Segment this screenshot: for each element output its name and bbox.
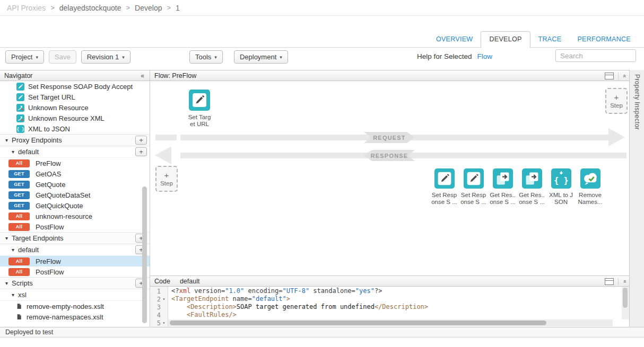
help-for-selected-label: Help for Selected [417,52,472,60]
code-panel-header: Code default » [150,275,629,287]
main-tabs: OVERVIEW DEVELOP TRACE PERFORMANCE [0,32,644,48]
navigator-panel: Navigator « Set Response SOAP Body Accep… [0,70,150,327]
add-step-response-button[interactable]: + Step [155,166,178,192]
fold-toggle-icon[interactable]: ▾ [161,321,167,325]
code-horizontal-scrollbar[interactable] [168,319,613,326]
nav-file-remove-namespaces[interactable]: remove-namespaces.xslt [0,312,150,322]
tab-overview[interactable]: OVERVIEW [428,32,481,47]
add-step-request-button[interactable]: + Step [605,88,628,114]
add-proxy-endpoint-button[interactable]: + [135,136,147,145]
nav-policy-xml-to-json[interactable]: { } XML to JSON [0,123,150,134]
scrollbar-thumb[interactable] [623,288,628,308]
breadcrumb-develop[interactable]: Develop [135,4,162,12]
flow-policy-set-target-url[interactable]: Set Targ et URL [184,90,215,128]
property-inspector-collapsed[interactable]: Property Inspector [629,70,644,327]
nav-flow-getquote[interactable]: GET GetQuote [0,179,150,190]
assign-message-icon [16,83,24,91]
nav-section-proxy-endpoints[interactable]: ▾ Proxy Endpoints + [0,134,150,146]
pencil-icon [464,168,484,189]
search-input[interactable] [555,49,636,62]
breadcrumb-separator: > [50,4,55,12]
maximize-panel-icon[interactable] [605,278,614,285]
code-line-3: <Description>SOAP target generated from … [171,303,622,311]
divider [618,73,619,79]
collapse-navigator-icon[interactable]: « [141,72,144,79]
nav-flow-getquotedataset[interactable]: GET GetQuoteDataSet [0,190,150,200]
tree-expanded-icon: ▾ [5,137,8,143]
chevron-down-icon: ▾ [122,55,125,60]
tools-menu-button[interactable]: Tools ▾ [189,50,223,64]
svg-text:{ }: { } [554,176,568,185]
flow-policy-get-response-1[interactable]: Get Res..onse S ... [488,168,517,206]
help-flow-link[interactable]: Flow [477,52,493,60]
project-menu-button[interactable]: Project ▾ [5,50,44,64]
verb-badge-get: GET [8,202,30,210]
flow-policy-set-response-1[interactable]: Set Response S ... [430,168,459,206]
code-vertical-scrollbar[interactable] [622,287,629,319]
fold-toggle-icon[interactable]: ▾ [161,297,167,301]
scrollbar-thumb[interactable] [170,321,546,325]
file-icon [16,302,22,310]
breadcrumb-proxy-name[interactable]: delayedstockquote [59,4,121,12]
flow-panel-header: Flow: PreFlow « [150,70,629,81]
svg-text:{ }: { } [17,126,24,131]
nav-section-target-endpoints[interactable]: ▾ Target Endpoints + [0,232,150,244]
navigator-header: Navigator « [0,70,150,81]
code-editor[interactable]: 1 2▾ 3 4 5▾ <?xml version="1.0" encoding… [150,287,629,327]
verb-badge-all: All [8,257,30,265]
request-label-tag: REQUEST [364,132,415,143]
nav-policy-set-target-url[interactable]: Set Target URL [0,92,150,102]
flow-panel-title: Flow: PreFlow [154,72,196,79]
tab-trace[interactable]: TRACE [530,32,570,47]
collapse-panel-icon[interactable]: « [621,74,627,77]
deployment-status-text: Deployed to test [5,328,53,336]
copy-arrow-icon [493,168,513,189]
tab-develop[interactable]: DEVELOP [481,31,530,48]
chevron-down-icon: ▾ [214,55,217,60]
collapse-panel-icon[interactable]: » [621,280,627,283]
nav-flow-unknown-resource[interactable]: All unknown-resource [0,211,150,221]
nav-flow-getoas[interactable]: GET GetOAS [0,168,150,179]
code-line-1: <?xml version="1.0" encoding="UTF-8" sta… [171,287,622,295]
status-bar: Deployed to test [0,327,644,337]
nav-policy-unknown-resource-xml[interactable]: Unknown Resource XML [0,113,150,123]
assign-message-icon [16,93,24,101]
breadcrumb-revision[interactable]: 1 [176,4,180,12]
code-gutter: 1 2▾ 3 4 5▾ [150,287,168,327]
breadcrumb-api-proxies[interactable]: API Proxies [7,4,46,12]
nav-section-scripts[interactable]: ▾ Scripts + [0,277,150,289]
nav-policy-set-response-soap-body-accept[interactable]: Set Response SOAP Body Accept [0,81,150,92]
maximize-panel-icon[interactable] [605,73,614,79]
nav-file-remove-empty-nodes[interactable]: remove-empty-nodes.xslt [0,301,150,312]
navigator-title: Navigator [4,72,33,79]
nav-flow-proxy-postflow[interactable]: All PostFlow [0,221,150,232]
save-button[interactable]: Save [49,50,76,64]
flow-policy-xml-to-json[interactable]: { } XML to JSON [546,168,576,206]
tree-expanded-icon: ▾ [12,292,14,298]
nav-policy-unknown-resource[interactable]: Unknown Resource [0,102,150,113]
nav-group-target-default[interactable]: ▾ default + [0,244,150,256]
revision-menu-button[interactable]: Revision 1 ▾ [81,50,130,64]
flow-policy-set-response-2[interactable]: Set Response S ... [459,168,488,206]
chevron-down-icon: ▾ [280,55,282,60]
code-tab-default[interactable]: default [180,278,200,285]
nav-flow-proxy-preflow[interactable]: All PreFlow [0,158,150,168]
nav-flow-target-postflow[interactable]: All PostFlow [0,266,150,277]
navigator-scrollbar-thumb[interactable] [142,186,147,323]
file-icon [16,313,22,321]
flow-canvas: Set Targ et URL + Step REQUEST RESPONSE … [150,81,629,275]
nav-flow-target-preflow-selected[interactable]: All PreFlow [0,256,150,266]
nav-flow-getquickquote[interactable]: GET GetQuickQuote [0,200,150,211]
verb-badge-all: All [8,212,30,220]
nav-group-proxy-default[interactable]: ▾ default + [0,146,150,158]
flow-policy-get-response-2[interactable]: Get Res..onse S ... [517,168,546,206]
code-panel-title: Code [154,278,170,285]
deployment-menu-button[interactable]: Deployment ▾ [234,50,288,64]
copy-arrow-icon [522,168,542,189]
add-flow-button[interactable]: + [135,147,147,156]
tab-performance[interactable]: PERFORMANCE [569,32,639,47]
flow-policy-remove-namespaces[interactable]: RemoveNames... [576,168,605,206]
nav-group-xsl[interactable]: ▾ xsl [0,289,150,301]
code-line-2: <TargetEndpoint name="default"> [171,295,622,303]
xml-to-json-icon: { } [16,125,24,133]
